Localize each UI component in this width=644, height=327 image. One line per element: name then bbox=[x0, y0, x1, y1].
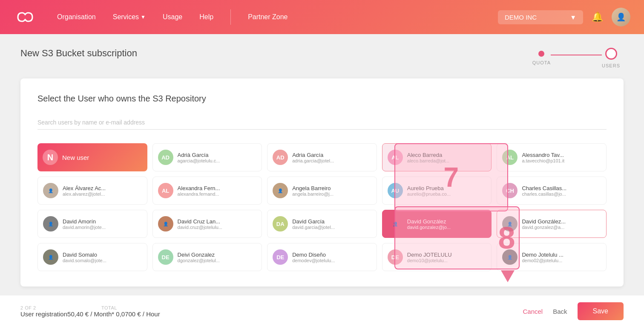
user-info-demo-diseno: Demo Diseño demodev@jotelulu... bbox=[292, 252, 335, 263]
main-card: Select the User who owns the S3 Reposito… bbox=[20, 78, 624, 286]
company-dropdown-icon: ▼ bbox=[570, 14, 576, 21]
new-user-avatar: N bbox=[43, 150, 58, 165]
user-name-david-garcia: David García bbox=[292, 218, 335, 225]
user-card-demo-jotelulu2[interactable]: 👤 Demo Jotelulu ... demo02@jotelulu... bbox=[497, 243, 607, 271]
nav-help[interactable]: Help bbox=[199, 13, 213, 21]
user-card-charles[interactable]: CH Charles Casillas... charles.casillas@… bbox=[497, 177, 607, 205]
user-avatar-david-gonzalez: 👤 bbox=[388, 216, 403, 232]
user-avatar-al1: AL bbox=[388, 150, 403, 165]
nav-services[interactable]: Services ▼ bbox=[113, 13, 146, 21]
services-chevron-icon: ▼ bbox=[141, 14, 146, 20]
user-name-david-somalo: David Somalo bbox=[63, 252, 106, 258]
main-content: New S3 Bucket subscription QUOTA USERS S… bbox=[0, 34, 644, 297]
user-card-angela[interactable]: 👤 Angela Barreiro angela.barreiro@j... bbox=[267, 177, 377, 205]
user-search-input[interactable] bbox=[37, 116, 607, 130]
notification-bell-icon[interactable]: 🔔 bbox=[592, 12, 603, 23]
user-avatar-david-garcia: DA bbox=[273, 216, 288, 232]
user-email-deivi: dgonzalez@jotelul... bbox=[178, 258, 220, 263]
user-card-alexandra[interactable]: AL Alexandra Fern... alexandra.fernand..… bbox=[152, 177, 262, 205]
user-info-david-gonzalez: David González david.gonzalez@jo... bbox=[407, 218, 451, 230]
footer-step-info: 2 OF 2 User registration bbox=[20, 305, 67, 318]
user-name-david-cruz: David Cruz Lan... bbox=[178, 218, 222, 225]
total-label: TOTAL bbox=[101, 305, 160, 310]
user-email-al2: a.tavecchio@p101.it bbox=[522, 158, 564, 163]
user-card-adria-garcia2[interactable]: AD Adria García adria.garcia@jotel... bbox=[267, 143, 377, 171]
user-info-david-somalo: David Somalo david.somalo@jote... bbox=[63, 252, 106, 263]
user-card-alessandro[interactable]: AL Alessandro Tav... a.tavecchio@p101.it bbox=[497, 143, 607, 171]
user-card-alex[interactable]: 👤 Alex Álvarez Ac... alex.alvarez@jotel.… bbox=[37, 177, 147, 205]
cancel-button[interactable]: Cancel bbox=[523, 308, 543, 315]
nav-divider bbox=[230, 9, 231, 25]
user-info-ad1: Adrià García agarcia@jotelulu.c... bbox=[178, 152, 220, 163]
step-label: User registration bbox=[20, 310, 67, 318]
user-avatar-ad2: AD bbox=[273, 150, 288, 165]
user-card-deivi[interactable]: DE Deivi Gonzalez dgonzalez@jotelul... bbox=[152, 243, 262, 271]
user-avatar-david-amorin: 👤 bbox=[43, 216, 58, 232]
user-email-aurelio: aurelio@prueba.co... bbox=[407, 191, 451, 197]
nav-partner-zone[interactable]: Partner Zone bbox=[248, 13, 288, 21]
new-user-card[interactable]: N New user bbox=[37, 143, 147, 171]
new-user-name: New user bbox=[62, 154, 89, 161]
user-name-alexandra: Alexandra Fern... bbox=[178, 185, 220, 191]
user-card-adria-garcia1[interactable]: AD Adrià García agarcia@jotelulu.c... bbox=[152, 143, 262, 171]
new-user-info: New user bbox=[62, 154, 89, 161]
user-card-david-garcia[interactable]: DA David García david.garcia@jotel... bbox=[267, 210, 377, 238]
user-avatar-david-somalo: 👤 bbox=[43, 249, 58, 265]
user-email-ad2: adria.garcia@jotel... bbox=[292, 158, 334, 163]
user-info-demo-jotelulu1: Demo JOTELULU demo10@jotelulu... bbox=[407, 252, 452, 263]
user-card-demo-jotelulu1[interactable]: DE Demo JOTELULU demo10@jotelulu... bbox=[382, 243, 492, 271]
user-avatar[interactable]: 👤 bbox=[612, 8, 630, 26]
nav-usage[interactable]: Usage bbox=[163, 13, 182, 21]
quota-step-label: QUOTA bbox=[532, 60, 551, 65]
logo[interactable] bbox=[14, 9, 37, 25]
user-card-aurelio[interactable]: AU Aurelio Prueba aurelio@prueba.co... bbox=[382, 177, 492, 205]
back-button[interactable]: Back bbox=[553, 308, 567, 315]
total-value: 50,40 € / Month* 0,0700 € / Hour bbox=[67, 310, 160, 318]
user-card-david-cruz[interactable]: 👤 David Cruz Lan... david.cruz@jotelulu.… bbox=[152, 210, 262, 238]
user-email-david-gonzalez2: david.gonzalez@a... bbox=[522, 225, 566, 230]
user-name-david-amorin: David Amorín bbox=[63, 218, 106, 225]
step-users: USERS bbox=[602, 48, 620, 68]
card-title: Select the User who owns the S3 Reposito… bbox=[37, 94, 607, 104]
company-name: DEMO INC bbox=[505, 14, 537, 21]
header-right: DEMO INC ▼ 🔔 👤 bbox=[498, 8, 630, 26]
user-grid: N New user AD Adrià García agarcia@jotel… bbox=[37, 143, 607, 271]
user-card-david-somalo[interactable]: 👤 David Somalo david.somalo@jote... bbox=[37, 243, 147, 271]
footer-total-info: TOTAL 50,40 € / Month* 0,0700 € / Hour bbox=[67, 305, 160, 318]
user-email-david-amorin: david.amorin@jote... bbox=[63, 225, 106, 230]
user-name-charles: Charles Casillas... bbox=[522, 185, 566, 191]
user-info-aurelio: Aurelio Prueba aurelio@prueba.co... bbox=[407, 185, 451, 197]
user-name-alex: Alex Álvarez Ac... bbox=[63, 185, 106, 191]
footer: 2 OF 2 User registration TOTAL 50,40 € /… bbox=[0, 295, 644, 327]
user-name-aurelio: Aurelio Prueba bbox=[407, 185, 451, 191]
user-card-david-gonzalez2[interactable]: 👤 David González... david.gonzalez@a... bbox=[497, 210, 607, 238]
user-avatar-charles: CH bbox=[502, 183, 518, 198]
user-avatar-ad1: AD bbox=[158, 150, 173, 165]
user-email-alexandra: alexandra.fernand... bbox=[178, 191, 220, 197]
user-info-al1: Aleco Barreda aleco.barreda@jot... bbox=[407, 152, 449, 163]
user-email-alex: alex.alvarez@jotel... bbox=[63, 191, 106, 197]
user-avatar-al2: AL bbox=[502, 150, 518, 165]
user-email-david-gonzalez: david.gonzalez@jo... bbox=[407, 225, 451, 230]
user-avatar-demo-diseno: DE bbox=[273, 249, 288, 265]
user-name-ad1: Adrià García bbox=[178, 152, 220, 158]
user-avatar-aurelio: AU bbox=[388, 183, 403, 198]
user-card-demo-diseno[interactable]: DE Demo Diseño demodev@jotelulu... bbox=[267, 243, 377, 271]
user-info-charles: Charles Casillas... charles.casillas@jo.… bbox=[522, 185, 566, 197]
user-email-ad1: agarcia@jotelulu.c... bbox=[178, 158, 220, 163]
user-grid-container: N New user AD Adrià García agarcia@jotel… bbox=[37, 143, 607, 271]
user-card-aleco-barreda[interactable]: AL Aleco Barreda aleco.barreda@jot... bbox=[382, 143, 492, 171]
step-connector bbox=[551, 55, 602, 55]
user-email-charles: charles.casillas@jo... bbox=[522, 191, 566, 197]
company-selector[interactable]: DEMO INC ▼ bbox=[498, 10, 583, 24]
user-name-al1: Aleco Barreda bbox=[407, 152, 449, 158]
user-card-david-amorin[interactable]: 👤 David Amorín david.amorin@jote... bbox=[37, 210, 147, 238]
user-avatar-angela: 👤 bbox=[273, 183, 288, 198]
user-card-david-gonzalez-selected[interactable]: 👤 David González david.gonzalez@jo... bbox=[382, 210, 492, 238]
user-name-demo-jotelulu2: Demo Jotelulu ... bbox=[522, 252, 564, 258]
user-avatar-demo-jotelulu2: 👤 bbox=[502, 249, 518, 265]
nav-organisation[interactable]: Organisation bbox=[57, 13, 96, 21]
save-button[interactable]: Save bbox=[578, 302, 624, 320]
header: Organisation Services ▼ Usage Help Partn… bbox=[0, 0, 644, 34]
user-avatar-alex: 👤 bbox=[43, 183, 58, 198]
